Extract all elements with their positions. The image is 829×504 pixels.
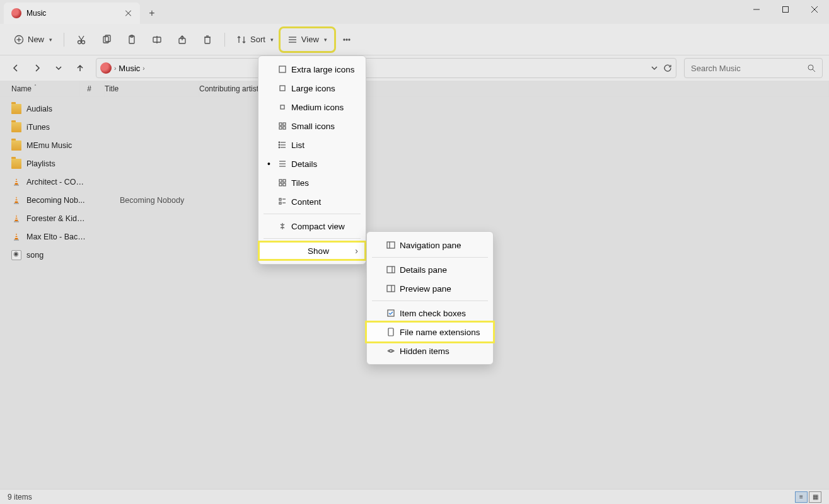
svg-rect-51 [283, 123, 286, 125]
maximize-button[interactable] [771, 0, 800, 19]
file-name: Becoming Nob... [26, 196, 86, 205]
menu-separator [372, 257, 488, 258]
up-button[interactable] [71, 59, 90, 77]
svg-point-26 [344, 39, 345, 40]
svg-rect-50 [279, 123, 282, 125]
file-row[interactable]: Playlists [0, 154, 829, 173]
cut-button[interactable] [69, 29, 93, 50]
svg-rect-73 [387, 266, 395, 273]
svg-point-29 [808, 65, 813, 70]
menu-navigation-pane[interactable]: Navigation pane [367, 236, 493, 255]
paste-button[interactable] [120, 29, 144, 50]
forward-button[interactable] [28, 59, 47, 77]
minimize-button[interactable] [742, 0, 771, 19]
svg-rect-64 [283, 180, 286, 182]
svg-point-8 [82, 40, 85, 43]
column-title[interactable]: Title [105, 81, 199, 96]
column-number[interactable]: # [79, 81, 105, 96]
svg-rect-32 [14, 185, 19, 186]
view-button[interactable]: View▾ [281, 29, 333, 50]
vlc-icon [11, 232, 21, 242]
svg-rect-36 [14, 203, 19, 204]
file-row[interactable]: MEmu Music [0, 136, 829, 154]
chevron-down-icon[interactable] [651, 64, 658, 72]
svg-rect-47 [279, 66, 286, 72]
menu-show[interactable]: Show [258, 241, 366, 260]
breadcrumb-location[interactable]: Music [119, 64, 140, 73]
menu-item-check-boxes[interactable]: Item check boxes [367, 304, 493, 323]
file-row[interactable]: Architect - COL... [0, 173, 829, 191]
menu-separator [264, 238, 361, 239]
divider [224, 33, 225, 47]
svg-line-10 [79, 36, 82, 41]
menu-tiles[interactable]: Tiles [258, 173, 366, 192]
svg-point-27 [346, 39, 347, 40]
menu-small-icons[interactable]: Small icons [258, 117, 366, 135]
thumbnails-view-toggle[interactable]: ▦ [809, 491, 821, 503]
svg-marker-39 [14, 215, 18, 222]
search-input[interactable] [684, 58, 823, 78]
chevron-right-icon: › [142, 65, 144, 72]
menu-separator [264, 214, 361, 214]
close-button[interactable] [800, 0, 829, 19]
svg-rect-53 [283, 127, 286, 129]
delete-button[interactable] [195, 29, 219, 50]
vlc-icon [11, 177, 21, 187]
rename-button[interactable] [145, 29, 169, 50]
svg-rect-69 [279, 202, 281, 204]
menu-extra-large-icons[interactable]: Extra large icons [258, 60, 366, 79]
menu-hidden-items[interactable]: Hidden items [367, 341, 493, 360]
file-name: MEmu Music [26, 141, 86, 150]
column-name[interactable]: Name˄ [11, 81, 79, 96]
menu-separator [372, 301, 488, 301]
file-row[interactable]: iTunes [0, 118, 829, 136]
menu-details-pane[interactable]: Details pane [367, 260, 493, 279]
svg-rect-40 [14, 221, 19, 222]
svg-rect-1 [783, 7, 789, 13]
menu-compact-view[interactable]: Compact view [258, 217, 366, 236]
breadcrumb[interactable]: › Music › [96, 58, 676, 78]
menu-large-icons[interactable]: Large icons [258, 79, 366, 98]
vlc-icon [11, 214, 21, 224]
svg-rect-77 [388, 310, 394, 316]
svg-rect-75 [387, 285, 395, 292]
file-name: iTunes [26, 123, 86, 132]
sort-button[interactable]: Sort▾ [230, 29, 280, 50]
more-button[interactable] [335, 29, 359, 50]
folder-icon [11, 122, 21, 132]
file-row[interactable]: Audials [0, 100, 829, 118]
file-title: Becoming Nobody [120, 196, 214, 205]
new-button[interactable]: New▾ [8, 29, 59, 50]
file-name: song [26, 251, 86, 260]
details-view-toggle[interactable]: ≡ [795, 491, 808, 503]
copy-button[interactable] [95, 29, 119, 50]
file-row[interactable]: Becoming Nob...Becoming Nobody [0, 191, 829, 209]
svg-rect-66 [283, 183, 286, 186]
svg-rect-52 [279, 127, 282, 129]
menu-file-name-extensions[interactable]: File name extensions [367, 323, 493, 341]
file-name: Max Elto - Back... [26, 232, 86, 241]
menu-preview-pane[interactable]: Preview pane [367, 279, 493, 298]
tab-music[interactable]: Music [4, 3, 140, 24]
svg-rect-46 [15, 237, 18, 238]
back-button[interactable] [6, 59, 25, 77]
menu-content[interactable]: Content [258, 192, 366, 211]
close-tab-icon[interactable] [125, 9, 132, 17]
file-name: Playlists [26, 159, 86, 168]
svg-point-28 [349, 39, 350, 40]
refresh-icon[interactable] [663, 64, 672, 72]
chevron-right-icon: › [114, 65, 116, 72]
file-row[interactable]: Forester & Kidn... [0, 209, 829, 227]
share-button[interactable] [170, 29, 194, 50]
svg-rect-65 [279, 183, 282, 186]
svg-rect-38 [15, 200, 18, 202]
menu-medium-icons[interactable]: Medium icons [258, 98, 366, 117]
menu-list[interactable]: List [258, 135, 366, 154]
divider [64, 33, 64, 47]
svg-rect-45 [15, 235, 17, 236]
file-icon [11, 250, 21, 260]
recent-button[interactable] [49, 59, 68, 77]
new-tab-button[interactable]: + [140, 3, 164, 24]
menu-details[interactable]: Details [258, 154, 366, 173]
svg-rect-48 [280, 86, 285, 91]
